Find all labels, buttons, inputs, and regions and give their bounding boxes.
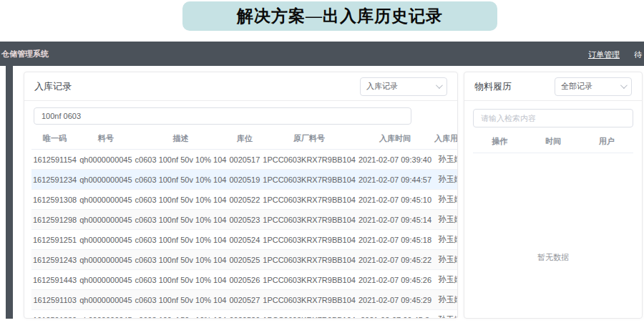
history-panel-header: 物料履历 全部记录 bbox=[464, 72, 642, 101]
table-cell: qh0000000045 bbox=[78, 270, 133, 290]
table-cell: 2021-02-07 09:45:29 bbox=[357, 290, 433, 310]
slide-title-banner: 解决方案—出入库历史记录 bbox=[182, 1, 497, 31]
table-cell: 1612591234 bbox=[31, 170, 78, 190]
table-cell: 1612591103 bbox=[31, 290, 78, 310]
page: 解决方案—出入库历史记录 仓储管理系统 订单管理 待 入库记录 入库记录 bbox=[0, 0, 644, 328]
history-filter-select-value: 全部记录 bbox=[561, 81, 592, 92]
table-row[interactable]: 1612591103qh0000000045c0603 100nf 50v 10… bbox=[31, 290, 458, 310]
app-window: 仓储管理系统 订单管理 待 入库记录 入库记录 唯一码料号描述库位原厂料号 bbox=[0, 42, 644, 319]
table-cell: qh0000000045 bbox=[78, 310, 133, 319]
chevron-down-icon bbox=[620, 82, 628, 89]
table-cell: 孙玉娥 bbox=[433, 170, 458, 190]
table-row[interactable]: 1612591234qh0000000045c0603 100nf 50v 10… bbox=[31, 170, 458, 190]
table-cell: qh0000000045 bbox=[78, 170, 133, 190]
table-cell: 1PCC0603KRX7R9BB104 bbox=[261, 290, 357, 310]
table-cell: 1612591243 bbox=[31, 250, 78, 270]
table-cell: 2021-02-07 09:45:26 bbox=[357, 270, 433, 290]
table-cell: qh0000000045 bbox=[78, 250, 133, 270]
table-cell: 0020523 bbox=[228, 210, 261, 230]
column-header: 唯一码 bbox=[31, 128, 78, 150]
history-table-head: 操作时间用户 bbox=[473, 130, 633, 153]
chevron-down-icon bbox=[436, 82, 443, 89]
table-cell: c0603 100nf 50v 10% 104 bbox=[134, 270, 228, 290]
table-cell: 孙玉娥 bbox=[433, 230, 458, 250]
column-header: 入库时间 bbox=[357, 128, 433, 150]
table-cell: qh0000000045 bbox=[78, 230, 133, 250]
top-navbar: 仓储管理系统 订单管理 待 bbox=[0, 42, 644, 66]
table-cell: 0020519 bbox=[228, 170, 261, 190]
inbound-table-header-row: 唯一码料号描述库位原厂料号入库时间入库用户 bbox=[31, 128, 458, 150]
table-cell: c0603 100nf 50v 10% 104 bbox=[134, 310, 228, 319]
record-type-select-value: 入库记录 bbox=[366, 81, 398, 92]
table-cell: qh0000000045 bbox=[78, 190, 133, 210]
column-header: 时间 bbox=[527, 130, 580, 153]
table-cell: 2021-02-07 09:45:10 bbox=[357, 190, 433, 210]
table-cell: 0020525 bbox=[228, 250, 261, 270]
table-cell: c0603 100nf 50v 10% 104 bbox=[134, 210, 228, 230]
table-cell: 0020524 bbox=[228, 230, 261, 250]
table-row[interactable]: 1612591243qh0000000045c0603 100nf 50v 10… bbox=[31, 250, 458, 270]
column-header: 料号 bbox=[78, 128, 133, 150]
table-row[interactable]: 1612591298qh0000000045c0603 100nf 50v 10… bbox=[31, 210, 458, 230]
column-header: 用户 bbox=[580, 130, 633, 153]
column-header: 库位 bbox=[228, 128, 261, 150]
inbound-table: 唯一码料号描述库位原厂料号入库时间入库用户 1612591154qh000000… bbox=[31, 128, 458, 319]
table-cell: 1612591443 bbox=[31, 270, 78, 290]
column-header: 操作 bbox=[473, 130, 527, 153]
table-cell: 0020520 bbox=[228, 310, 261, 319]
history-table-header-row: 操作时间用户 bbox=[473, 130, 633, 153]
history-panel-title: 物料履历 bbox=[474, 80, 512, 93]
table-row[interactable]: 1612591308qh0000000045c0603 100nf 50v 10… bbox=[31, 190, 458, 210]
table-cell: 2021-02-07 09:45:22 bbox=[357, 250, 433, 270]
column-header: 入库用户 bbox=[433, 128, 458, 150]
table-cell: 1612591330 bbox=[31, 310, 78, 319]
table-row[interactable]: 1612591330qh0000000045c0603 100nf 50v 10… bbox=[31, 310, 458, 319]
table-cell: c0603 100nf 50v 10% 104 bbox=[134, 150, 228, 170]
table-cell: 1PCC0603KRX7R9BB104 bbox=[261, 230, 357, 250]
empty-data-text: 暂无数据 bbox=[464, 252, 642, 263]
table-cell: 1PCC0603KRX7R9BB104 bbox=[261, 170, 357, 190]
table-cell: 1612591298 bbox=[31, 210, 78, 230]
table-cell: 1612591251 bbox=[31, 230, 78, 250]
table-cell: 0020527 bbox=[228, 290, 261, 310]
table-cell: 孙玉娥 bbox=[433, 150, 458, 170]
table-cell: 0020517 bbox=[228, 150, 261, 170]
material-history-panel: 物料履历 全部记录 操作时间用户 暂无数据 bbox=[464, 72, 643, 319]
table-cell: 1612591308 bbox=[31, 190, 78, 210]
inbound-panel-header: 入库记录 入库记录 bbox=[24, 72, 457, 101]
history-table: 操作时间用户 bbox=[473, 130, 633, 153]
table-cell: 孙玉娥 bbox=[433, 190, 458, 210]
table-cell: 1PCC0603KRX7R9BB104 bbox=[261, 210, 357, 230]
table-cell: 孙玉娥 bbox=[433, 210, 458, 230]
table-cell: 0020522 bbox=[228, 190, 261, 210]
table-row[interactable]: 1612591154qh0000000045c0603 100nf 50v 10… bbox=[31, 150, 458, 170]
table-cell: qh0000000045 bbox=[78, 210, 133, 230]
nav-item-order-management[interactable]: 订单管理 bbox=[588, 49, 620, 60]
inbound-panel-title: 入库记录 bbox=[34, 80, 72, 93]
table-cell: 2021-02-07 09:45:3 bbox=[357, 310, 433, 319]
table-cell: 孙玉娥 bbox=[433, 310, 458, 319]
app-brand: 仓储管理系统 bbox=[1, 49, 49, 59]
inbound-records-panel: 入库记录 入库记录 唯一码料号描述库位原厂料号入库时间入库用户 16125911… bbox=[24, 72, 458, 319]
inbound-search-input[interactable] bbox=[34, 107, 411, 125]
nav-item-partial[interactable]: 待 bbox=[634, 49, 643, 60]
table-cell: 1612591154 bbox=[31, 150, 78, 170]
table-cell: 0020526 bbox=[228, 270, 261, 290]
table-cell: 1PCC0603KRX7R9BB104 bbox=[261, 310, 357, 319]
column-header: 描述 bbox=[134, 128, 228, 150]
table-cell: 孙玉娥 bbox=[433, 290, 458, 310]
record-type-select[interactable]: 入库记录 bbox=[360, 77, 447, 96]
table-cell: c0603 100nf 50v 10% 104 bbox=[134, 290, 228, 310]
table-cell: 2021-02-07 09:45:14 bbox=[357, 210, 433, 230]
table-row[interactable]: 1612591443qh0000000045c0603 100nf 50v 10… bbox=[31, 270, 458, 290]
collapsed-sidebar bbox=[6, 66, 13, 319]
table-cell: 1PCC0603KRX7R9BB104 bbox=[261, 190, 357, 210]
table-cell: c0603 100nf 50v 10% 104 bbox=[134, 230, 228, 250]
history-filter-select[interactable]: 全部记录 bbox=[555, 77, 632, 96]
table-cell: c0603 100nf 50v 10% 104 bbox=[134, 170, 228, 190]
history-search-input[interactable] bbox=[473, 109, 633, 127]
table-cell: 1PCC0603KRX7R9BB104 bbox=[261, 270, 357, 290]
content-area: 入库记录 入库记录 唯一码料号描述库位原厂料号入库时间入库用户 16125911… bbox=[0, 66, 644, 319]
table-cell: 孙玉娥 bbox=[433, 250, 458, 270]
table-row[interactable]: 1612591251qh0000000045c0603 100nf 50v 10… bbox=[31, 230, 458, 250]
